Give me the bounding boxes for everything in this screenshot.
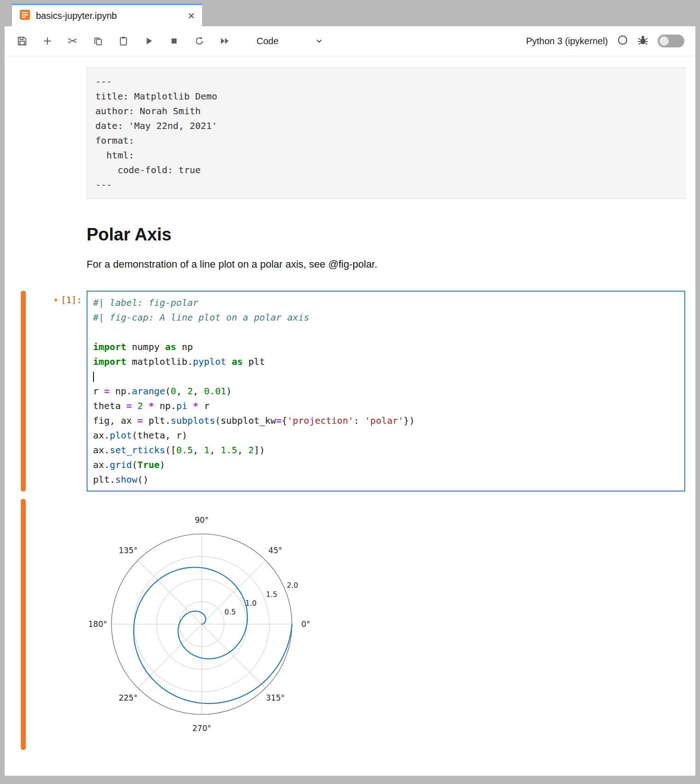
execution-count: [1]: — [61, 295, 82, 305]
copy-cells-button[interactable] — [89, 32, 107, 50]
code-cell-row: •[1]: #| label: fig-polar#| fig-cap: A l… — [5, 291, 695, 491]
cell-type-dropdown[interactable]: Code — [257, 36, 324, 47]
code-token: plt. — [143, 415, 170, 426]
grid-spoke — [202, 624, 266, 688]
code-line: ax.plot(theta, r) — [93, 428, 679, 443]
kernel-status-indicator[interactable] — [617, 35, 628, 47]
code-token: () — [137, 474, 148, 485]
copy-icon — [93, 36, 103, 46]
code-token: np. — [154, 400, 176, 411]
code-token: fig, ax — [93, 415, 137, 426]
run-icon — [144, 36, 154, 46]
code-token: , — [210, 445, 221, 456]
code-token: = — [276, 415, 281, 426]
code-token: as — [232, 356, 243, 367]
code-token: r — [93, 386, 104, 397]
theta-tick-label: 45° — [268, 546, 282, 555]
code-token: 1 — [204, 445, 210, 456]
restart-kernel-button[interactable] — [190, 32, 209, 50]
tab-close-icon[interactable]: × — [188, 10, 195, 22]
code-token: ) — [160, 459, 165, 470]
interrupt-kernel-button[interactable] — [165, 32, 183, 50]
run-cell-button[interactable] — [140, 32, 158, 50]
raw-line: --- — [95, 177, 677, 192]
fast-forward-icon — [220, 36, 230, 46]
cut-cells-button[interactable]: ✂ — [64, 32, 82, 50]
code-token: plt. — [93, 474, 115, 485]
paste-cells-button[interactable] — [114, 32, 133, 50]
debugger-bug-icon[interactable] — [637, 35, 648, 47]
code-token: }) — [403, 415, 414, 426]
notebook-panel: ✂ — [5, 26, 695, 776]
code-token: ax. — [93, 459, 110, 470]
code-token: pi — [176, 400, 187, 411]
insert-cell-button[interactable] — [38, 32, 57, 50]
restart-run-all-button[interactable] — [216, 32, 234, 50]
code-editor[interactable]: #| label: fig-polar#| fig-cap: A line pl… — [87, 291, 685, 491]
scissors-icon: ✂ — [68, 35, 78, 47]
toggle-knob — [659, 36, 669, 46]
grid-spoke — [138, 560, 202, 624]
code-token: = — [126, 400, 132, 411]
code-token: numpy — [126, 341, 165, 352]
raw-line: code-fold: true — [95, 163, 677, 177]
r-tick-label: 1.5 — [266, 591, 278, 599]
code-token: ([ — [165, 445, 176, 456]
code-token — [226, 356, 232, 367]
r-tick-label: 2.0 — [287, 581, 298, 590]
output-cell-collapser[interactable] — [21, 499, 26, 750]
code-token: import — [93, 341, 126, 352]
code-token: subplots — [171, 415, 215, 426]
save-button[interactable] — [13, 32, 31, 50]
code-cell-collapser[interactable] — [21, 291, 26, 491]
raw-cell-prompt — [26, 67, 87, 199]
code-line: #| label: fig-polar — [93, 295, 679, 310]
code-token: #| fig-cap: A line plot on a polar axis — [93, 312, 309, 323]
plus-icon — [42, 36, 52, 46]
code-token: 2 — [248, 445, 254, 456]
kernel-name[interactable]: Python 3 (ipykernel) — [526, 36, 608, 47]
polar-plot: 0°45°90°135°180°225°270°315°0.51.01.52.0 — [87, 499, 317, 750]
code-token: * — [148, 400, 154, 411]
raw-line: date: 'May 22nd, 2021' — [95, 118, 677, 133]
raw-cell-row: ---title: Matplotlib Demoauthor: Norah S… — [5, 67, 695, 199]
theta-tick-label: 270° — [192, 724, 211, 733]
raw-line: --- — [95, 74, 677, 89]
code-token: ( — [132, 459, 137, 470]
text-cursor — [93, 372, 94, 382]
code-token: , — [176, 386, 187, 397]
code-token: : — [354, 415, 365, 426]
code-token: pyplot — [193, 356, 226, 367]
code-token: ]) — [254, 445, 265, 456]
raw-cell-collapser[interactable] — [21, 67, 26, 199]
code-token: , — [193, 386, 204, 397]
theta-tick-label: 225° — [119, 693, 138, 702]
code-token — [132, 400, 137, 411]
code-token: np. — [110, 386, 132, 397]
cell-type-value: Code — [257, 36, 279, 47]
code-token: import — [93, 356, 126, 367]
code-token: 'polar' — [365, 415, 403, 426]
chevron-down-icon — [315, 36, 324, 46]
output-cell-row: 0°45°90°135°180°225°270°315°0.51.01.52.0 — [5, 499, 695, 762]
raw-cell-content[interactable]: ---title: Matplotlib Demoauthor: Norah S… — [87, 67, 685, 199]
code-token: ax. — [93, 430, 110, 441]
code-line: ax.grid(True) — [93, 457, 679, 472]
code-token: ) — [226, 386, 232, 397]
section-paragraph: For a demonstration of a line plot on a … — [87, 258, 685, 270]
code-token: r — [198, 400, 210, 411]
theta-tick-label: 135° — [119, 546, 138, 555]
code-token: , — [193, 445, 204, 456]
execution-prompt: •[1]: — [26, 291, 87, 491]
code-line: plt.show() — [93, 472, 679, 487]
markdown-cell-content[interactable]: Polar Axis For a demonstration of a line… — [87, 199, 685, 270]
markdown-cell-collapser[interactable] — [21, 199, 26, 270]
restart-icon — [194, 36, 204, 46]
code-token: (theta, r) — [132, 430, 187, 441]
code-line — [93, 325, 679, 339]
simple-mode-toggle[interactable] — [658, 35, 684, 47]
code-token: 1.5 — [221, 445, 237, 456]
markdown-cell-row: Polar Axis For a demonstration of a line… — [5, 199, 695, 270]
code-line: #| fig-cap: A line plot on a polar axis — [93, 310, 679, 325]
notebook-tab[interactable]: basics-jupyter.ipynb × — [12, 4, 203, 26]
